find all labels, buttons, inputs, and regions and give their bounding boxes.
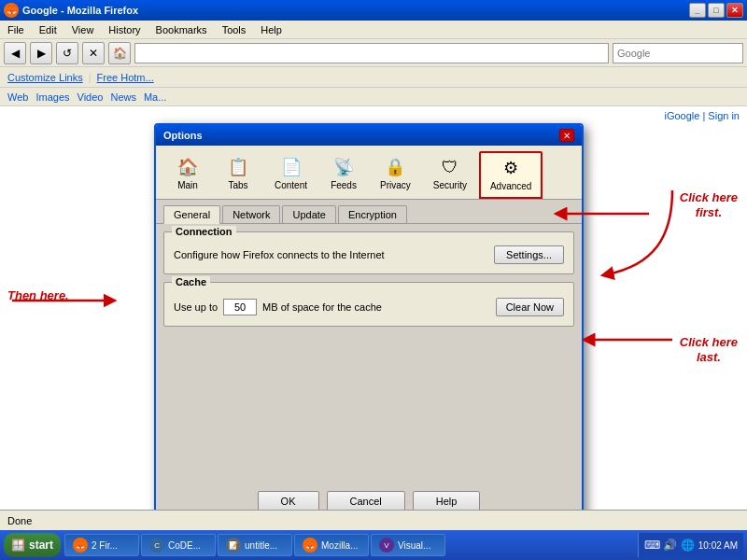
security-tab-label: Security [433, 180, 467, 190]
feeds-tab-label: Feeds [331, 180, 357, 190]
taskbar-right: ⌨ 🔊 🌐 10:02 AM [638, 533, 743, 557]
taskbar-item-code[interactable]: C CoDE... [141, 534, 216, 556]
taskbar-mozilla-label: Mozilla... [321, 540, 358, 551]
igoogle-link[interactable]: iGoogle | Sign in [664, 110, 740, 121]
menu-view[interactable]: View [68, 22, 98, 37]
taskbar-item-mozilla[interactable]: 🦊 Mozilla... [294, 534, 369, 556]
stop-button[interactable]: ✕ [82, 42, 105, 64]
taskbar-firefox-icon: 🦊 [73, 538, 88, 553]
free-hotmail-bookmark[interactable]: Free Hotm... [97, 72, 154, 83]
taskbar-time: 10:02 AM [698, 540, 738, 551]
connection-description: Configure how Firefox connects to the In… [174, 249, 385, 260]
use-up-to-label: Use up to [174, 301, 218, 313]
subtab-network[interactable]: Network [222, 205, 280, 223]
cache-size-input[interactable] [223, 299, 257, 315]
taskbar-visual-icon: V [379, 538, 394, 553]
close-button[interactable]: ✕ [726, 3, 743, 18]
dialog-body: Connection Configure how Firefox connect… [156, 224, 582, 482]
browser-window: 🦊 Google - Mozilla Firefox _ □ ✕ File Ed… [0, 0, 747, 560]
connection-group: Connection Configure how Firefox connect… [163, 231, 574, 274]
bookmarks-bar: Customize Links | Free Hotm... [0, 67, 747, 88]
ok-button[interactable]: OK [258, 491, 319, 510]
menu-bookmarks[interactable]: Bookmarks [152, 22, 211, 37]
news-link[interactable]: News [110, 91, 136, 103]
taskbar-visual-label: Visual... [398, 540, 430, 551]
tabs-tab-icon: 📋 [227, 156, 249, 178]
taskbar-firefox-label: 2 Fir... [92, 540, 118, 551]
refresh-button[interactable]: ↺ [56, 42, 78, 64]
taskbar-item-visual[interactable]: V Visual... [371, 534, 445, 556]
menu-edit[interactable]: Edit [35, 22, 61, 37]
start-button[interactable]: 🪟 start [4, 533, 61, 557]
taskbar: 🪟 start 🦊 2 Fir... C CoDE... 📝 untitle..… [0, 530, 747, 560]
minimize-button[interactable]: _ [689, 3, 706, 18]
cancel-button[interactable]: Cancel [327, 491, 405, 510]
content-tab-icon: 📄 [280, 156, 303, 178]
subtab-general[interactable]: General [163, 205, 220, 224]
dialog-close-button[interactable]: ✕ [559, 129, 574, 142]
title-bar-left: 🦊 Google - Mozilla Firefox [4, 3, 138, 18]
settings-button[interactable]: Settings... [494, 245, 564, 264]
address-input[interactable] [134, 43, 609, 63]
sub-tabs: General Network Update Encryption [156, 200, 582, 223]
content-area: iGoogle | Sign in Options ✕ 🏠 Main 📋 [0, 106, 747, 510]
tab-tabs[interactable]: 📋 Tabs [214, 151, 262, 199]
back-button[interactable]: ◀ [4, 42, 26, 64]
images-link[interactable]: Images [35, 91, 69, 103]
tab-feeds[interactable]: 📡 Feeds [319, 151, 368, 199]
home-button[interactable]: 🏠 [108, 42, 131, 64]
cache-content: Use up to MB of space for the cache Clea… [174, 298, 564, 316]
clear-now-button[interactable]: Clear Now [496, 298, 564, 316]
web-links-bar: Web Images Video News Ma... [0, 88, 747, 106]
advanced-tab-icon: ⚙ [500, 157, 522, 179]
dialog-title-bar: Options ✕ [156, 125, 582, 146]
tab-content[interactable]: 📄 Content [264, 151, 317, 199]
start-label: start [29, 539, 53, 552]
taskbar-code-label: CoDE... [168, 540, 201, 551]
taskbar-code-icon: C [149, 538, 164, 553]
customize-links-bookmark[interactable]: Customize Links [7, 72, 83, 83]
title-bar-buttons: _ □ ✕ [689, 3, 743, 18]
taskbar-untitle-label: untitle... [245, 540, 277, 551]
search-input[interactable] [613, 43, 743, 63]
tab-security[interactable]: 🛡 Security [423, 151, 477, 199]
subtab-update[interactable]: Update [282, 205, 335, 223]
menu-help[interactable]: Help [257, 22, 286, 37]
browser-icon: 🦊 [4, 3, 19, 18]
video-link[interactable]: Video [78, 91, 104, 103]
menu-tools[interactable]: Tools [218, 22, 250, 37]
content-tab-label: Content [275, 180, 307, 190]
menu-file[interactable]: File [4, 22, 28, 37]
menu-history[interactable]: History [105, 22, 144, 37]
taskbar-untitle-icon: 📝 [226, 538, 241, 553]
tab-main[interactable]: 🏠 Main [163, 151, 212, 199]
forward-button[interactable]: ▶ [30, 42, 52, 64]
taskbar-sys-icons: ⌨ 🔊 🌐 [644, 539, 695, 552]
more-link[interactable]: Ma... [144, 91, 166, 103]
status-text: Done [7, 515, 32, 526]
maximize-button[interactable]: □ [708, 3, 725, 18]
start-icon: 🪟 [11, 539, 25, 552]
menu-bar: File Edit View History Bookmarks Tools H… [0, 21, 747, 39]
window-title: Google - Mozilla Firefox [22, 5, 138, 16]
taskbar-item-firefox[interactable]: 🦊 2 Fir... [64, 534, 139, 556]
dialog-title: Options [163, 130, 203, 141]
google-links: iGoogle | Sign in [664, 110, 740, 121]
browser-content: iGoogle | Sign in Options ✕ 🏠 Main 📋 [0, 106, 747, 510]
arrow-to-general [7, 282, 129, 319]
subtab-encryption[interactable]: Encryption [338, 205, 407, 223]
tabs-tab-label: Tabs [228, 180, 247, 190]
privacy-tab-icon: 🔒 [384, 156, 406, 178]
tab-privacy[interactable]: 🔒 Privacy [370, 151, 421, 199]
tab-advanced[interactable]: ⚙ Advanced [479, 151, 543, 199]
click-here-last-annotation: Click herelast. [680, 335, 738, 364]
main-tab-icon: 🏠 [176, 156, 199, 178]
taskbar-item-untitle[interactable]: 📝 untitle... [218, 534, 292, 556]
sub-tabs-bar: General Network Update Encryption [156, 200, 582, 224]
main-tab-label: Main [177, 180, 198, 190]
help-button[interactable]: Help [413, 491, 481, 510]
feeds-tab-icon: 📡 [332, 156, 355, 178]
connection-label: Connection [172, 226, 236, 237]
web-link[interactable]: Web [7, 91, 28, 103]
taskbar-mozilla-icon: 🦊 [303, 538, 317, 553]
